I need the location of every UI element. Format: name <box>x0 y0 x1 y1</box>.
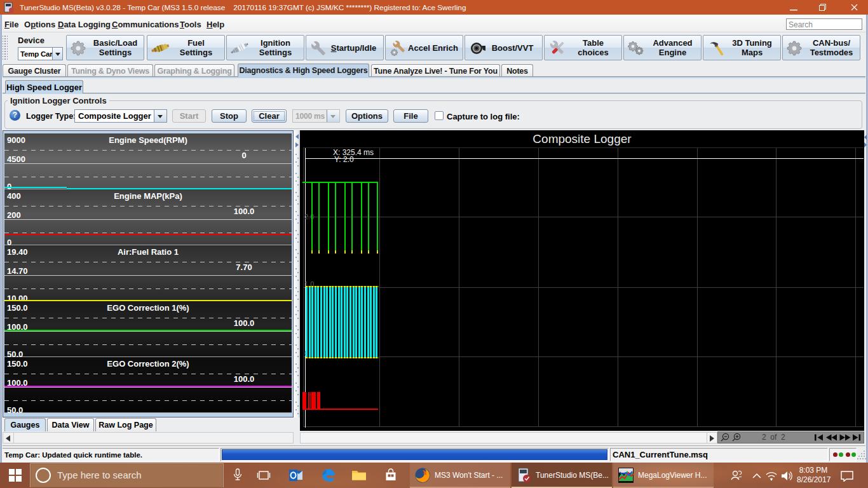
svg-text:2 of 2: 2 of 2 <box>762 433 785 442</box>
